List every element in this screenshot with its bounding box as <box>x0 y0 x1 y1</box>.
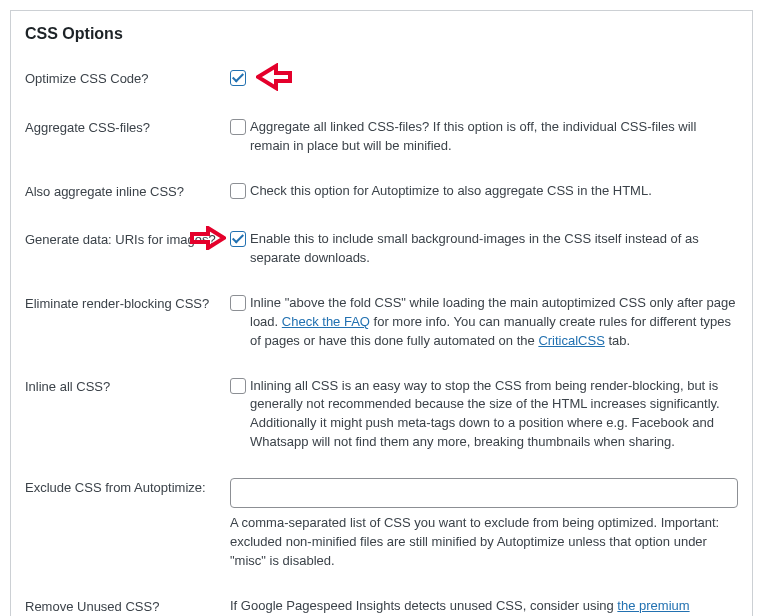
input-exclude-css[interactable] <box>230 478 738 508</box>
checkbox-eliminate-render-blocking[interactable] <box>230 295 246 311</box>
label-aggregate-inline-css: Also aggregate inline CSS? <box>25 182 230 201</box>
checkbox-data-uris[interactable] <box>230 231 246 247</box>
label-exclude-css: Exclude CSS from Autoptimize: <box>25 478 230 497</box>
red-arrow-icon <box>256 63 294 91</box>
desc-eliminate-render-blocking: Inline "above the fold CSS" while loadin… <box>250 294 738 351</box>
checkbox-inline-all-css[interactable] <box>230 378 246 394</box>
checkbox-aggregate-css[interactable] <box>230 119 246 135</box>
link-check-faq[interactable]: Check the FAQ <box>282 314 370 329</box>
desc-remove-unused-css: If Google Pagespeed Insights detects unu… <box>230 597 738 617</box>
label-aggregate-css: Aggregate CSS-files? <box>25 118 230 137</box>
desc-inline-all-css: Inlining all CSS is an easy way to stop … <box>250 377 738 452</box>
label-data-uris: Generate data: URIs for images? <box>25 230 230 249</box>
label-inline-all-css: Inline all CSS? <box>25 377 230 396</box>
row-aggregate-inline-css: Also aggregate inline CSS? Check this op… <box>25 172 738 221</box>
row-data-uris: Generate data: URIs for images? Enable t… <box>25 220 738 284</box>
section-title: CSS Options <box>25 25 738 43</box>
row-optimize-css: Optimize CSS Code? <box>25 59 738 108</box>
label-remove-unused-css: Remove Unused CSS? <box>25 597 230 616</box>
desc-aggregate-inline-css: Check this option for Autoptimize to als… <box>250 182 738 201</box>
row-inline-all-css: Inline all CSS? Inlining all CSS is an e… <box>25 367 738 468</box>
desc-data-uris: Enable this to include small background-… <box>250 230 738 268</box>
css-options-panel: CSS Options Optimize CSS Code? Aggregate… <box>10 10 753 616</box>
label-eliminate-render-blocking: Eliminate render-blocking CSS? <box>25 294 230 313</box>
link-criticalcss[interactable]: CriticalCSS <box>538 333 604 348</box>
checkbox-optimize-css[interactable] <box>230 70 246 86</box>
help-exclude-css: A comma-separated list of CSS you want t… <box>230 514 738 571</box>
row-eliminate-render-blocking: Eliminate render-blocking CSS? Inline "a… <box>25 284 738 367</box>
label-optimize-css: Optimize CSS Code? <box>25 69 230 88</box>
row-exclude-css: Exclude CSS from Autoptimize: A comma-se… <box>25 468 738 587</box>
row-remove-unused-css: Remove Unused CSS? If Google Pagespeed I… <box>25 587 738 617</box>
row-aggregate-css: Aggregate CSS-files? Aggregate all linke… <box>25 108 738 172</box>
desc-aggregate-css: Aggregate all linked CSS-files? If this … <box>250 118 738 156</box>
checkbox-aggregate-inline-css[interactable] <box>230 183 246 199</box>
